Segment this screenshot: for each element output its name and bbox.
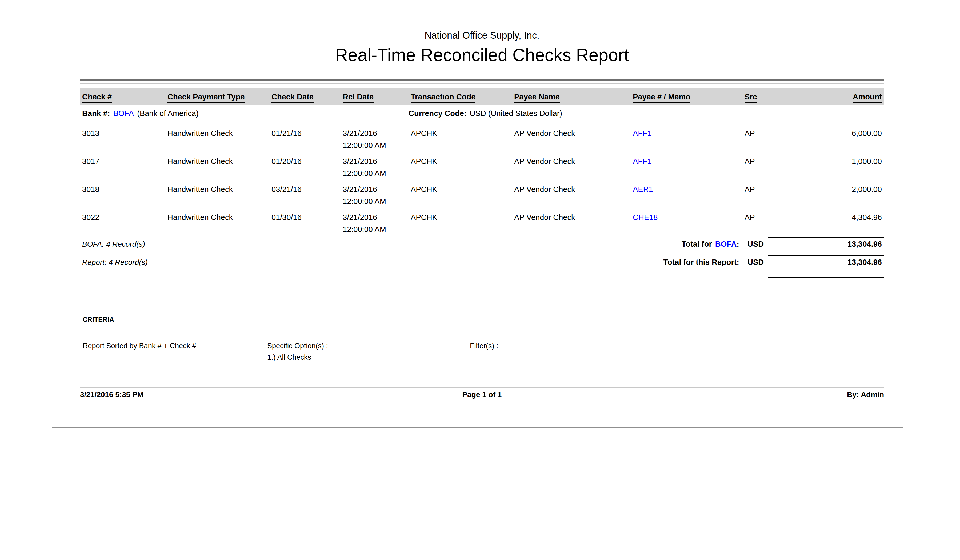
currency-value: USD (United States Dollar) xyxy=(470,109,562,118)
cell-src: AP xyxy=(742,184,803,208)
criteria-specific-options-value: 1.) All Checks xyxy=(267,352,470,363)
cell-payment-type: Handwritten Check xyxy=(165,155,269,179)
cell-payment-type: Handwritten Check xyxy=(165,128,269,152)
column-header-transaction-code: Transaction Code xyxy=(408,93,512,105)
cell-src: AP xyxy=(742,128,803,152)
cell-check-date: 01/21/16 xyxy=(269,128,341,152)
cell-amount: 4,304.96 xyxy=(803,211,884,235)
column-header-amount: Amount xyxy=(803,93,884,105)
bank-record-count: BOFA: 4 Record(s) xyxy=(80,238,145,250)
cell-amount: 2,000.00 xyxy=(803,184,884,208)
cell-check-no: 3018 xyxy=(80,184,165,208)
footer-rule xyxy=(80,387,884,388)
criteria-details: Report Sorted by Bank # + Check # Specif… xyxy=(80,340,884,363)
cell-check-date: 03/21/16 xyxy=(269,184,341,208)
top-rule-dark xyxy=(80,80,884,80)
bank-group-header: Bank #:BOFA(Bank of America) Currency Co… xyxy=(80,108,884,119)
cell-check-date: 01/20/16 xyxy=(269,155,341,179)
cell-amount: 6,000.00 xyxy=(803,128,884,152)
report-total-row: Report: 4 Record(s) Total for this Repor… xyxy=(80,256,884,268)
report-total-bottom-rule xyxy=(768,277,884,278)
cell-check-no: 3013 xyxy=(80,128,165,152)
cell-rcl-date: 3/21/201612:00:00 AM xyxy=(341,211,408,235)
bank-total-currency: USD xyxy=(747,238,768,250)
cell-transaction-code: APCHK xyxy=(408,184,512,208)
criteria-sort-order: Report Sorted by Bank # + Check # xyxy=(80,340,267,363)
cell-src: AP xyxy=(742,155,803,179)
report-total-amount: 13,304.96 xyxy=(768,256,884,268)
criteria-specific-options-label: Specific Option(s) : xyxy=(267,340,470,352)
cell-payee-memo-link[interactable]: AFF1 xyxy=(631,155,742,179)
column-header-check-date: Check Date xyxy=(269,93,341,105)
bank-name: (Bank of America) xyxy=(137,109,198,118)
cell-transaction-code: APCHK xyxy=(408,155,512,179)
bank-total-label: Total forBOFA: xyxy=(682,238,739,250)
bank-info: Bank #:BOFA(Bank of America) xyxy=(80,108,408,119)
bank-total-amount: 13,304.96 xyxy=(768,238,884,250)
bank-total: Total forBOFA: USD 13,304.96 xyxy=(682,238,884,250)
cell-payment-type: Handwritten Check xyxy=(165,211,269,235)
cell-rcl-date: 3/21/201612:00:00 AM xyxy=(341,128,408,152)
cell-check-no: 3017 xyxy=(80,155,165,179)
bank-code-link[interactable]: BOFA xyxy=(114,109,134,118)
table-body: 3013 Handwritten Check 01/21/16 3/21/201… xyxy=(80,128,884,235)
footer-datetime: 3/21/2016 5:35 PM xyxy=(80,390,348,399)
cell-payee-memo-link[interactable]: AFF1 xyxy=(631,128,742,152)
column-header-payee-memo: Payee # / Memo xyxy=(631,93,742,105)
top-rule-light xyxy=(80,83,884,84)
column-header-payment-type: Check Payment Type xyxy=(165,93,269,105)
cell-src: AP xyxy=(742,211,803,235)
cell-payee-name: AP Vendor Check xyxy=(512,128,631,152)
cell-payee-name: AP Vendor Check xyxy=(512,184,631,208)
cell-amount: 1,000.00 xyxy=(803,155,884,179)
bank-total-code-link[interactable]: BOFA xyxy=(715,240,737,248)
cell-payee-name: AP Vendor Check xyxy=(512,155,631,179)
page-title: Real-Time Reconciled Checks Report xyxy=(80,45,884,65)
cell-rcl-date: 3/21/201612:00:00 AM xyxy=(341,184,408,208)
cell-payee-memo-link[interactable]: AER1 xyxy=(631,184,742,208)
criteria-filters-label: Filter(s) : xyxy=(470,340,884,363)
criteria-specific-options: Specific Option(s) : 1.) All Checks xyxy=(267,340,470,363)
bank-label: Bank #: xyxy=(82,109,110,118)
page-footer: 3/21/2016 5:35 PM Page 1 of 1 By: Admin xyxy=(80,390,884,399)
table-row: 3018 Handwritten Check 03/21/16 3/21/201… xyxy=(80,184,884,208)
footer-page-number: Page 1 of 1 xyxy=(348,390,616,399)
report-page: National Office Supply, Inc. Real-Time R… xyxy=(80,0,884,399)
table-row: 3022 Handwritten Check 01/30/16 3/21/201… xyxy=(80,211,884,235)
criteria-heading: CRITERIA xyxy=(80,315,884,324)
bank-total-row: BOFA: 4 Record(s) Total forBOFA: USD 13,… xyxy=(80,238,884,250)
table-row: 3013 Handwritten Check 01/21/16 3/21/201… xyxy=(80,128,884,152)
cell-check-no: 3022 xyxy=(80,211,165,235)
report-record-count: Report: 4 Record(s) xyxy=(80,256,148,268)
page-bottom-rule xyxy=(52,427,903,428)
report-total-currency: USD xyxy=(747,256,768,268)
column-header-check-no: Check # xyxy=(80,93,165,105)
table-row: 3017 Handwritten Check 01/20/16 3/21/201… xyxy=(80,155,884,179)
column-header-rcl-date: Rcl Date xyxy=(341,93,408,105)
column-header-payee-name: Payee Name xyxy=(512,93,631,105)
cell-transaction-code: APCHK xyxy=(408,211,512,235)
cell-payment-type: Handwritten Check xyxy=(165,184,269,208)
footer-author: By: Admin xyxy=(616,390,884,399)
report-total-label: Total for this Report: xyxy=(663,256,739,268)
cell-check-date: 01/30/16 xyxy=(269,211,341,235)
column-header-src: Src xyxy=(742,93,803,105)
cell-rcl-date: 3/21/201612:00:00 AM xyxy=(341,155,408,179)
currency-label: Currency Code: xyxy=(408,109,467,118)
report-total: Total for this Report: USD 13,304.96 xyxy=(663,256,884,268)
company-name: National Office Supply, Inc. xyxy=(80,30,884,41)
cell-payee-memo-link[interactable]: CHE18 xyxy=(631,211,742,235)
table-header-row: Check # Check Payment Type Check Date Rc… xyxy=(80,88,884,105)
currency-info: Currency Code:USD (United States Dollar) xyxy=(408,108,884,119)
cell-transaction-code: APCHK xyxy=(408,128,512,152)
cell-payee-name: AP Vendor Check xyxy=(512,211,631,235)
